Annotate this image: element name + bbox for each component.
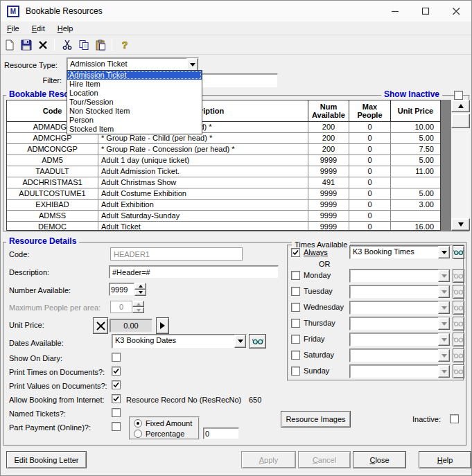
edit-booking-letter-label: Edit Booking Letter: [15, 456, 79, 464]
sunday-checkbox[interactable]: [291, 367, 300, 376]
code-field-wrap: [110, 247, 243, 261]
show-on-diary-checkbox[interactable]: [112, 353, 121, 362]
description-field[interactable]: [110, 266, 278, 278]
fixed-amount-radio[interactable]: [134, 419, 142, 427]
number-available-field[interactable]: [110, 283, 134, 295]
paste-icon[interactable]: [93, 37, 108, 53]
arrow-up-icon: [137, 303, 141, 306]
friday-times-view-button: [453, 333, 464, 346]
table-row[interactable]: ADCHRISTMAS1Adult Christmas Show4910: [7, 177, 440, 188]
saturday-times-view-button: [453, 349, 464, 362]
minimize-button[interactable]: [380, 1, 410, 21]
scroll-up-button[interactable]: [451, 100, 470, 112]
dates-available-label: Dates Available:: [9, 339, 64, 347]
scrollbar-thumb[interactable]: [451, 114, 470, 128]
combobox-dropdown-button[interactable]: [234, 335, 246, 348]
unit-price-expand-button[interactable]: [156, 317, 169, 334]
res-rec-no-value: 650: [249, 396, 261, 404]
always-checkbox[interactable]: [291, 248, 300, 257]
dropdown-option[interactable]: Non Stocked Item: [67, 107, 202, 116]
show-on-diary-label: Show On Diary:: [9, 354, 62, 362]
monday-checkbox[interactable]: [291, 271, 300, 280]
menu-help[interactable]: Help: [51, 23, 80, 34]
chevron-down-icon: [442, 251, 447, 254]
col-header-num-available: Num Available: [308, 100, 349, 121]
dropdown-option[interactable]: Person: [67, 116, 202, 125]
percentage-label: Percentage: [146, 430, 184, 438]
close-icon: [453, 8, 460, 15]
help-button[interactable]: Help: [419, 451, 471, 468]
table-row[interactable]: ADULTCOSTUME1Adult Costume Exhibition999…: [7, 188, 440, 200]
help-label: Help: [437, 456, 453, 464]
dropdown-option[interactable]: Admission Ticket: [67, 71, 202, 80]
named-tickets-checkbox[interactable]: [112, 408, 121, 417]
edit-booking-letter-button[interactable]: Edit Booking Letter: [6, 451, 87, 468]
saturday-times-combobox: [349, 349, 451, 362]
resource-images-button[interactable]: Resource Images: [281, 411, 351, 427]
table-row[interactable]: ADMCONCGP* Group Rate - Concession (per …: [7, 144, 440, 155]
max-people-field-wrap: [110, 301, 132, 313]
spin-down-button[interactable]: [134, 290, 146, 297]
table-row[interactable]: TAADULTAdult Admission Ticket.9999011.00: [7, 166, 440, 177]
spin-up-button[interactable]: [134, 283, 146, 290]
unit-price-clear-button[interactable]: [93, 317, 108, 334]
cut-icon[interactable]: [60, 37, 75, 53]
allow-internet-label: Allow Booking from Internet:: [9, 396, 105, 404]
tuesday-checkbox[interactable]: [291, 287, 300, 296]
save-icon[interactable]: [19, 37, 34, 53]
toolbar-separator: [112, 39, 112, 51]
always-times-view-button[interactable]: [453, 245, 464, 259]
saturday-label: Saturday: [304, 351, 334, 359]
saturday-checkbox[interactable]: [291, 351, 300, 360]
show-inactive-checkbox[interactable]: [454, 91, 463, 100]
dropdown-option[interactable]: Hire Item: [67, 80, 202, 89]
code-field[interactable]: [111, 248, 242, 260]
scroll-down-button[interactable]: [451, 218, 470, 231]
table-row[interactable]: ADMCHGP* Group Rate - Child (per head) *…: [7, 133, 440, 144]
number-available-stepper[interactable]: [134, 283, 146, 296]
dropdown-option[interactable]: Stocked Item: [67, 125, 202, 134]
copy-icon[interactable]: [76, 37, 91, 53]
table-row[interactable]: ADM5Adult 1 day (unique ticket)999905.00: [7, 155, 440, 166]
percentage-radio[interactable]: [134, 430, 142, 438]
number-available-field-wrap: [109, 283, 134, 296]
dates-available-view-button[interactable]: [249, 334, 266, 349]
close-button-bottom[interactable]: Close: [353, 451, 406, 468]
arrow-right-icon: [160, 322, 165, 329]
allow-internet-checkbox[interactable]: [112, 394, 121, 403]
print-values-checkbox[interactable]: [112, 380, 121, 389]
wednesday-checkbox[interactable]: [291, 303, 300, 312]
table-scrollbar[interactable]: [451, 100, 470, 231]
close-button[interactable]: [441, 1, 471, 21]
inactive-checkbox[interactable]: [450, 414, 459, 423]
combobox-dropdown-button[interactable]: [438, 246, 450, 258]
sunday-times-combobox: [349, 364, 451, 378]
toolbar: ?: [1, 36, 471, 55]
delete-icon[interactable]: [35, 37, 51, 53]
chevron-down-icon: [442, 354, 447, 358]
combobox-dropdown-button: [438, 301, 450, 314]
max-people-label: Maximum People per area:: [9, 303, 100, 312]
dropdown-option[interactable]: Location: [67, 89, 202, 98]
friday-checkbox[interactable]: [291, 335, 300, 344]
menu-file[interactable]: File: [1, 23, 26, 34]
maximize-button[interactable]: [410, 1, 441, 21]
dropdown-option[interactable]: Tour/Session: [67, 98, 202, 107]
table-row[interactable]: ADMSSAdult Saturday-Sunday99990: [7, 211, 440, 222]
part-payment-amount-wrap: [203, 427, 239, 439]
wednesday-times-value: [350, 301, 438, 314]
table-row[interactable]: EXHIBADAdult Exhibition999903.00: [7, 200, 440, 211]
print-times-checkbox[interactable]: [112, 367, 121, 376]
saturday-times-value: [350, 349, 438, 362]
dates-available-combobox[interactable]: K3 Booking Dates: [112, 334, 247, 349]
help-icon[interactable]: ?: [117, 37, 132, 53]
table-row[interactable]: DEMOCAdult Ticket9999016.00: [7, 222, 440, 231]
part-payment-amount-field[interactable]: [204, 428, 238, 439]
new-icon[interactable]: [2, 37, 17, 53]
always-times-combobox[interactable]: K3 Booking Times: [349, 245, 451, 259]
dates-available-value: K3 Booking Dates: [112, 335, 234, 348]
thursday-checkbox[interactable]: [291, 319, 300, 328]
menu-edit[interactable]: Edit: [26, 23, 51, 34]
part-payment-checkbox[interactable]: [112, 422, 121, 431]
check-icon: [112, 395, 120, 403]
